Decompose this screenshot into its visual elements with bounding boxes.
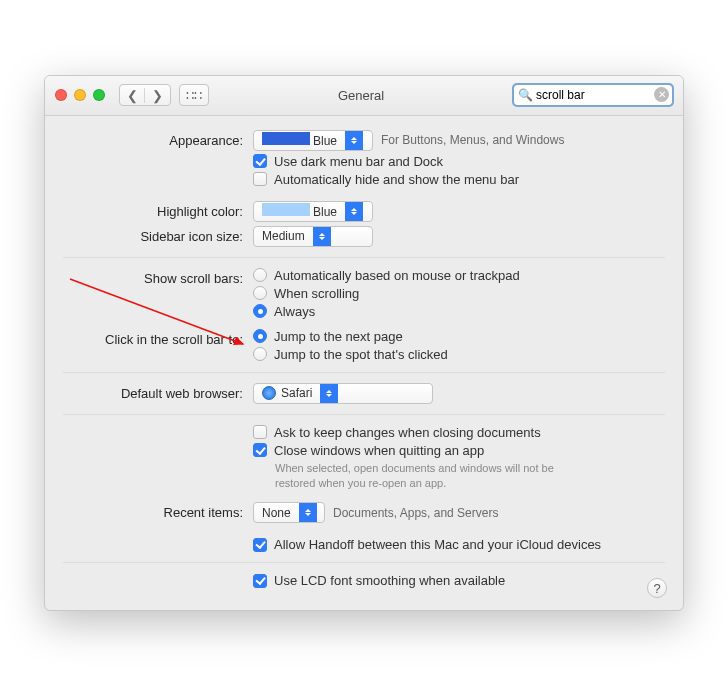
zoom-window-button[interactable] (93, 89, 105, 101)
scroll-auto-radio[interactable]: Automatically based on mouse or trackpad (253, 268, 665, 283)
show-scrollbars-label: Show scroll bars: (63, 268, 253, 286)
show-all-button[interactable]: ∷∷ (179, 84, 209, 106)
nav-back-forward[interactable]: ❮ ❯ (119, 84, 171, 106)
divider (63, 372, 665, 373)
blue-swatch-icon (262, 132, 310, 145)
scroll-always-radio[interactable]: Always (253, 304, 665, 319)
search-field-wrap: 🔍 ✕ (513, 84, 673, 106)
help-button[interactable]: ? (647, 578, 667, 598)
highlight-label: Highlight color: (63, 201, 253, 219)
default-browser-select[interactable]: Safari (253, 383, 433, 404)
checkbox-icon (253, 425, 267, 439)
highlight-color-select[interactable]: Blue (253, 201, 373, 222)
checkbox-icon (253, 172, 267, 186)
click-scrollbar-label: Click in the scroll bar to: (63, 329, 253, 347)
ask-keep-changes-checkbox[interactable]: Ask to keep changes when closing documen… (253, 425, 665, 440)
handoff-checkbox[interactable]: Allow Handoff between this Mac and your … (253, 537, 665, 552)
dark-menubar-checkbox[interactable]: Use dark menu bar and Dock (253, 154, 665, 169)
back-icon[interactable]: ❮ (120, 88, 145, 103)
content-area: Appearance: Blue For Buttons, Menus, and… (45, 116, 683, 611)
forward-icon[interactable]: ❯ (145, 88, 170, 103)
recent-items-hint: Documents, Apps, and Servers (333, 506, 498, 520)
window-title: General (217, 88, 505, 103)
radio-icon (253, 286, 267, 300)
radio-icon (253, 304, 267, 318)
divider (63, 257, 665, 258)
minimize-window-button[interactable] (74, 89, 86, 101)
radio-icon (253, 329, 267, 343)
chevron-updown-icon (299, 503, 317, 522)
close-windows-hint: When selected, open documents and window… (253, 461, 583, 491)
checkbox-icon (253, 443, 267, 457)
lightblue-swatch-icon (262, 203, 310, 216)
sidebar-size-label: Sidebar icon size: (63, 226, 253, 244)
sidebar-size-select[interactable]: Medium (253, 226, 373, 247)
jump-next-page-radio[interactable]: Jump to the next page (253, 329, 665, 344)
lcd-font-smoothing-checkbox[interactable]: Use LCD font smoothing when available (253, 573, 665, 588)
search-input[interactable] (513, 84, 673, 106)
checkbox-icon (253, 574, 267, 588)
chevron-updown-icon (345, 131, 363, 150)
titlebar: ❮ ❯ ∷∷ General 🔍 ✕ (45, 76, 683, 116)
jump-to-spot-radio[interactable]: Jump to the spot that's clicked (253, 347, 665, 362)
safari-icon (262, 386, 276, 400)
close-window-button[interactable] (55, 89, 67, 101)
chevron-updown-icon (345, 202, 363, 221)
scroll-when-scrolling-radio[interactable]: When scrolling (253, 286, 665, 301)
appearance-select[interactable]: Blue (253, 130, 373, 151)
chevron-updown-icon (320, 384, 338, 403)
divider (63, 562, 665, 563)
preferences-window: ❮ ❯ ∷∷ General 🔍 ✕ Appearance: Blue (44, 75, 684, 612)
auto-hide-menubar-checkbox[interactable]: Automatically hide and show the menu bar (253, 172, 665, 187)
appearance-label: Appearance: (63, 130, 253, 148)
recent-items-select[interactable]: None (253, 502, 325, 523)
checkbox-icon (253, 538, 267, 552)
radio-icon (253, 268, 267, 282)
divider (63, 414, 665, 415)
radio-icon (253, 347, 267, 361)
grid-icon: ∷∷ (186, 88, 202, 103)
appearance-hint: For Buttons, Menus, and Windows (381, 133, 564, 147)
chevron-updown-icon (313, 227, 331, 246)
recent-items-label: Recent items: (63, 502, 253, 520)
checkbox-icon (253, 154, 267, 168)
search-icon: 🔍 (518, 88, 533, 102)
window-controls (55, 89, 105, 101)
close-windows-checkbox[interactable]: Close windows when quitting an app (253, 443, 665, 458)
default-browser-label: Default web browser: (63, 383, 253, 401)
